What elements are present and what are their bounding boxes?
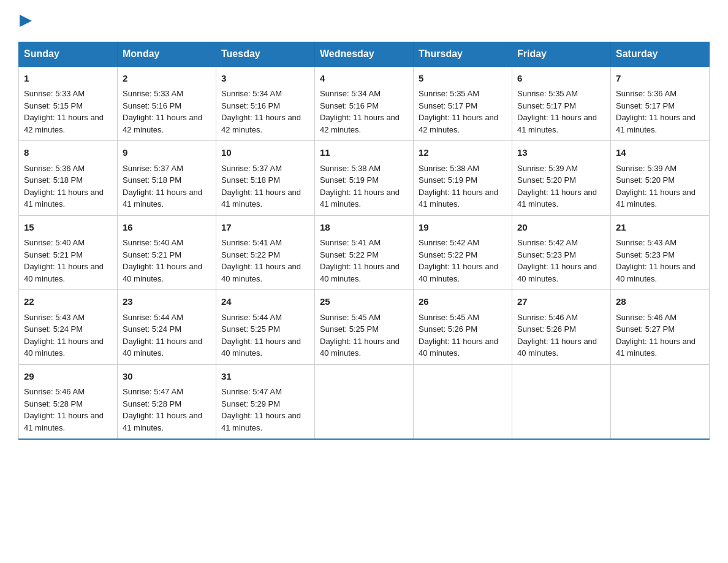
- daylight-label: Daylight: 11 hours and 40 minutes.: [517, 337, 597, 358]
- day-cell: 6Sunrise: 5:35 AMSunset: 5:17 PMDaylight…: [512, 66, 611, 141]
- header-cell-sunday: Sunday: [19, 42, 118, 66]
- daylight-label: Daylight: 11 hours and 42 minutes.: [24, 113, 104, 134]
- sunrise-label: Sunrise: 5:44 AM: [123, 313, 183, 322]
- sunset-label: Sunset: 5:18 PM: [24, 175, 83, 185]
- day-cell: 24Sunrise: 5:44 AMSunset: 5:25 PMDayligh…: [216, 290, 315, 365]
- day-number: 1: [24, 72, 112, 86]
- day-number: 2: [123, 72, 211, 86]
- sunset-label: Sunset: 5:24 PM: [123, 324, 181, 334]
- day-cell: [315, 364, 414, 439]
- sunset-label: Sunset: 5:22 PM: [419, 250, 477, 259]
- daylight-label: Daylight: 11 hours and 41 minutes.: [320, 188, 400, 209]
- daylight-label: Daylight: 11 hours and 40 minutes.: [419, 262, 498, 283]
- daylight-label: Daylight: 11 hours and 41 minutes.: [221, 188, 301, 209]
- sunrise-label: Sunrise: 5:43 AM: [616, 238, 677, 247]
- daylight-label: Daylight: 11 hours and 41 minutes.: [419, 188, 498, 209]
- day-cell: 13Sunrise: 5:39 AMSunset: 5:20 PMDayligh…: [512, 141, 611, 216]
- sunset-label: Sunset: 5:20 PM: [517, 175, 576, 185]
- day-number: 19: [419, 221, 507, 235]
- sunrise-label: Sunrise: 5:46 AM: [517, 313, 578, 322]
- sunset-label: Sunset: 5:23 PM: [616, 250, 675, 259]
- day-cell: 22Sunrise: 5:43 AMSunset: 5:24 PMDayligh…: [19, 290, 118, 365]
- day-number: 4: [320, 72, 408, 86]
- header-cell-thursday: Thursday: [414, 42, 512, 66]
- calendar-body: 1Sunrise: 5:33 AMSunset: 5:15 PMDaylight…: [19, 66, 710, 440]
- day-number: 30: [123, 370, 211, 384]
- day-number: 28: [616, 295, 704, 309]
- day-number: 31: [221, 370, 309, 384]
- daylight-label: Daylight: 11 hours and 40 minutes.: [616, 262, 696, 283]
- day-cell: 8Sunrise: 5:36 AMSunset: 5:18 PMDaylight…: [19, 141, 118, 216]
- day-cell: 27Sunrise: 5:46 AMSunset: 5:26 PMDayligh…: [512, 290, 611, 365]
- sunset-label: Sunset: 5:19 PM: [419, 175, 477, 185]
- sunrise-label: Sunrise: 5:34 AM: [320, 89, 381, 98]
- sunset-label: Sunset: 5:21 PM: [24, 250, 83, 259]
- daylight-label: Daylight: 11 hours and 40 minutes.: [320, 262, 400, 283]
- day-number: 25: [320, 295, 408, 309]
- day-cell: 28Sunrise: 5:46 AMSunset: 5:27 PMDayligh…: [611, 290, 710, 365]
- sunset-label: Sunset: 5:21 PM: [123, 250, 181, 259]
- day-number: 10: [221, 146, 309, 160]
- day-cell: 18Sunrise: 5:41 AMSunset: 5:22 PMDayligh…: [315, 215, 414, 290]
- header-cell-friday: Friday: [512, 42, 611, 66]
- day-cell: 21Sunrise: 5:43 AMSunset: 5:23 PMDayligh…: [611, 215, 710, 290]
- header-cell-wednesday: Wednesday: [315, 42, 414, 66]
- calendar-table: SundayMondayTuesdayWednesdayThursdayFrid…: [18, 42, 710, 440]
- week-row-2: 8Sunrise: 5:36 AMSunset: 5:18 PMDaylight…: [19, 141, 710, 216]
- sunset-label: Sunset: 5:19 PM: [320, 175, 379, 185]
- daylight-label: Daylight: 11 hours and 40 minutes.: [123, 337, 202, 358]
- sunrise-label: Sunrise: 5:40 AM: [123, 238, 183, 247]
- sunset-label: Sunset: 5:17 PM: [616, 101, 675, 110]
- day-number: 9: [123, 146, 211, 160]
- day-number: 27: [517, 295, 605, 309]
- day-cell: 1Sunrise: 5:33 AMSunset: 5:15 PMDaylight…: [19, 66, 118, 141]
- daylight-label: Daylight: 11 hours and 42 minutes.: [123, 113, 202, 134]
- day-number: 24: [221, 295, 309, 309]
- header-row: SundayMondayTuesdayWednesdayThursdayFrid…: [19, 42, 710, 66]
- day-cell: 16Sunrise: 5:40 AMSunset: 5:21 PMDayligh…: [118, 215, 216, 290]
- sunrise-label: Sunrise: 5:39 AM: [616, 164, 677, 173]
- daylight-label: Daylight: 11 hours and 41 minutes.: [24, 188, 104, 209]
- day-cell: 19Sunrise: 5:42 AMSunset: 5:22 PMDayligh…: [414, 215, 512, 290]
- day-number: 5: [419, 72, 507, 86]
- sunrise-label: Sunrise: 5:37 AM: [123, 164, 183, 173]
- sunset-label: Sunset: 5:22 PM: [221, 250, 280, 259]
- daylight-label: Daylight: 11 hours and 41 minutes.: [24, 411, 104, 432]
- sunrise-label: Sunrise: 5:40 AM: [24, 238, 85, 247]
- sunset-label: Sunset: 5:17 PM: [419, 101, 477, 110]
- sunrise-label: Sunrise: 5:38 AM: [419, 164, 479, 173]
- page-header: [18, 12, 710, 29]
- sunrise-label: Sunrise: 5:35 AM: [419, 89, 479, 98]
- day-cell: 25Sunrise: 5:45 AMSunset: 5:25 PMDayligh…: [315, 290, 414, 365]
- daylight-label: Daylight: 11 hours and 42 minutes.: [320, 113, 400, 134]
- day-number: 11: [320, 146, 408, 160]
- daylight-label: Daylight: 11 hours and 41 minutes.: [221, 411, 301, 432]
- sunset-label: Sunset: 5:29 PM: [221, 399, 280, 408]
- header-cell-tuesday: Tuesday: [216, 42, 315, 66]
- day-number: 7: [616, 72, 704, 86]
- sunrise-label: Sunrise: 5:36 AM: [616, 89, 677, 98]
- day-cell: 12Sunrise: 5:38 AMSunset: 5:19 PMDayligh…: [414, 141, 512, 216]
- daylight-label: Daylight: 11 hours and 40 minutes.: [517, 262, 597, 283]
- sunset-label: Sunset: 5:17 PM: [517, 101, 576, 110]
- daylight-label: Daylight: 11 hours and 40 minutes.: [24, 337, 104, 358]
- header-cell-monday: Monday: [118, 42, 216, 66]
- day-cell: [611, 364, 710, 439]
- sunset-label: Sunset: 5:27 PM: [616, 324, 675, 334]
- sunrise-label: Sunrise: 5:33 AM: [123, 89, 183, 98]
- sunrise-label: Sunrise: 5:43 AM: [24, 313, 85, 322]
- day-cell: 26Sunrise: 5:45 AMSunset: 5:26 PMDayligh…: [414, 290, 512, 365]
- sunrise-label: Sunrise: 5:33 AM: [24, 89, 85, 98]
- day-number: 8: [24, 146, 112, 160]
- sunrise-label: Sunrise: 5:44 AM: [221, 313, 282, 322]
- sunrise-label: Sunrise: 5:46 AM: [616, 313, 677, 322]
- daylight-label: Daylight: 11 hours and 40 minutes.: [221, 337, 301, 358]
- sunset-label: Sunset: 5:28 PM: [24, 399, 83, 408]
- day-number: 26: [419, 295, 507, 309]
- sunset-label: Sunset: 5:16 PM: [123, 101, 181, 110]
- day-cell: 2Sunrise: 5:33 AMSunset: 5:16 PMDaylight…: [118, 66, 216, 141]
- daylight-label: Daylight: 11 hours and 40 minutes.: [221, 262, 301, 283]
- week-row-1: 1Sunrise: 5:33 AMSunset: 5:15 PMDaylight…: [19, 66, 710, 141]
- day-cell: 4Sunrise: 5:34 AMSunset: 5:16 PMDaylight…: [315, 66, 414, 141]
- sunrise-label: Sunrise: 5:47 AM: [123, 387, 183, 396]
